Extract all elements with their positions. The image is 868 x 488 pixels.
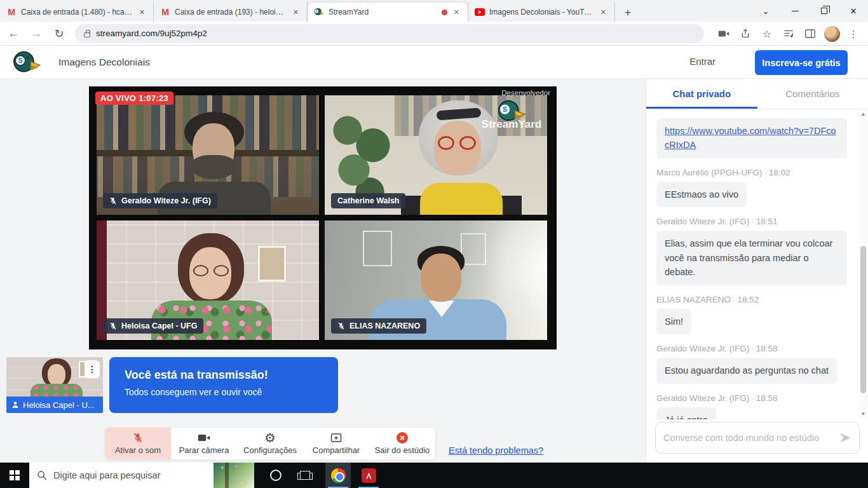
kebab-menu-icon[interactable]: ⋮ bbox=[844, 24, 863, 43]
tab-private-chat[interactable]: Chat privado bbox=[646, 79, 757, 109]
lock-icon bbox=[84, 32, 90, 37]
windows-logo-icon bbox=[10, 470, 20, 480]
banner-subtitle: Todos conseguem ver e ouvir você bbox=[125, 387, 323, 397]
streamyard-header: S Imagens Decoloniais Entrar Inscreva-se… bbox=[0, 46, 868, 79]
self-view-thumbnail[interactable]: ⋮ Heloisa Capel - U... bbox=[6, 357, 103, 413]
broadcast-stage: AO VIVO 1:07:23 Geraldo Witeze Jr. (IFG) bbox=[89, 86, 557, 349]
streamyard-duck-icon: S bbox=[314, 7, 324, 17]
profile-avatar[interactable] bbox=[822, 24, 841, 43]
tab-gmail-1[interactable]: M Caixa de entrada (1.480) - hcapel ✕ bbox=[0, 3, 154, 22]
camera-icon bbox=[198, 432, 210, 444]
bookmark-star-icon[interactable]: ☆ bbox=[757, 24, 776, 43]
restore-button[interactable] bbox=[810, 0, 839, 22]
desktop-screen: M Caixa de entrada (1.480) - hcapel ✕ M … bbox=[0, 0, 868, 488]
mic-muted-red-icon bbox=[133, 432, 143, 444]
tab-gmail-2[interactable]: M Caixa de entrada (193) - heloisac ✕ bbox=[154, 3, 308, 22]
studio-page: AO VIVO 1:07:23 Geraldo Witeze Jr. (IFG) bbox=[0, 79, 646, 463]
scrollbar-thumb[interactable] bbox=[860, 246, 866, 393]
participant-name-tag: Geraldo Witeze Jr. (IFG) bbox=[103, 193, 217, 208]
send-icon[interactable] bbox=[839, 433, 851, 443]
share-screen-button[interactable]: Compartilhar bbox=[303, 428, 369, 459]
having-problems-link[interactable]: Está tendo problemas? bbox=[449, 445, 543, 456]
taskbar-chrome-button[interactable] bbox=[325, 463, 351, 488]
leave-icon: ✕ bbox=[397, 432, 408, 444]
window-controls: ⌄ ✕ bbox=[751, 0, 868, 22]
chat-message: Geraldo Witeze Jr. (IFG)·18:58 Já já ent… bbox=[656, 393, 857, 419]
side-panel-icon[interactable] bbox=[801, 24, 820, 43]
browser-tab-strip: M Caixa de entrada (1.480) - hcapel ✕ M … bbox=[0, 0, 868, 22]
tab-close-icon[interactable]: ✕ bbox=[291, 8, 301, 17]
acrobat-icon bbox=[362, 468, 376, 483]
svg-text:S: S bbox=[503, 105, 507, 113]
chat-panel-tabs: Chat privado Comentários bbox=[646, 79, 868, 109]
mic-muted-icon bbox=[109, 197, 117, 205]
stop-camera-button[interactable]: Parar câmera bbox=[171, 428, 237, 459]
tab-close-icon[interactable]: ✕ bbox=[452, 8, 461, 17]
person-icon bbox=[11, 401, 19, 409]
taskbar-search-input[interactable] bbox=[53, 470, 174, 480]
cortana-icon bbox=[270, 470, 281, 481]
camera-tab-icon[interactable] bbox=[714, 24, 733, 43]
tab-title: StreamYard bbox=[329, 8, 437, 17]
banner-title: Você está na transmissão! bbox=[125, 369, 323, 382]
participant-name-tag: ELIAS NAZARENO bbox=[331, 318, 426, 334]
unmute-button[interactable]: Ativar o som bbox=[105, 428, 171, 459]
youtube-icon bbox=[475, 7, 485, 17]
address-bar[interactable]: streamyard.com/9uj52pm4p2 bbox=[75, 24, 704, 43]
tab-streamyard[interactable]: S StreamYard ✕ bbox=[308, 3, 468, 22]
video-tile-elias: ELIAS NAZARENO bbox=[325, 220, 547, 340]
start-button[interactable] bbox=[0, 463, 29, 488]
chat-input-box[interactable] bbox=[655, 422, 860, 454]
gear-icon: ⚙ bbox=[264, 432, 276, 444]
minimize-button[interactable] bbox=[780, 0, 810, 22]
chat-scrollbar[interactable]: ▲ ▼ bbox=[859, 111, 867, 418]
task-view-button[interactable] bbox=[292, 463, 318, 488]
chat-message: Geraldo Witeze Jr. (IFG)·18:51 Elias, as… bbox=[656, 217, 857, 285]
share-icon[interactable] bbox=[736, 24, 755, 43]
chrome-icon bbox=[331, 468, 346, 483]
new-tab-button[interactable]: + bbox=[619, 4, 637, 22]
participant-name-tag: Heloisa Capel - UFG bbox=[103, 318, 203, 334]
task-view-icon bbox=[300, 471, 310, 480]
mic-muted-icon bbox=[109, 322, 117, 330]
search-icon bbox=[37, 470, 47, 480]
settings-button[interactable]: ⚙ Configurações bbox=[237, 428, 303, 459]
mic-muted-icon bbox=[337, 322, 345, 330]
studio-controls-bar: Ativar o som Parar câmera ⚙ Configuraçõe… bbox=[104, 427, 436, 460]
tab-title: Caixa de entrada (1.480) - hcapel bbox=[21, 8, 133, 17]
tab-title: Imagens Decoloniais - YouTube bbox=[489, 8, 594, 17]
video-tile-geraldo: Geraldo Witeze Jr. (IFG) bbox=[97, 95, 319, 215]
streamyard-logo-icon: S bbox=[13, 50, 41, 78]
cortana-button[interactable] bbox=[263, 463, 288, 488]
taskbar-acrobat-button[interactable] bbox=[356, 463, 381, 488]
scroll-up-icon[interactable]: ▲ bbox=[859, 111, 867, 118]
taskbar-search-box[interactable] bbox=[29, 463, 214, 488]
reading-list-icon[interactable] bbox=[779, 24, 798, 43]
signup-button[interactable]: Inscreva-se grátis bbox=[755, 50, 848, 75]
tab-comments[interactable]: Comentários bbox=[757, 79, 868, 109]
chat-message-list: https://www.youtube.com/watch?v=7DFcocRI… bbox=[646, 109, 859, 419]
tab-close-icon[interactable]: ✕ bbox=[137, 8, 147, 17]
back-icon[interactable]: ← bbox=[4, 24, 23, 43]
scroll-down-icon[interactable]: ▼ bbox=[859, 410, 867, 418]
participant-name-tag: Catherine Walsh bbox=[331, 193, 405, 208]
toolbar-right-icons: ☆ ⋮ bbox=[714, 22, 863, 46]
chat-panel: Chat privado Comentários https://www.you… bbox=[646, 79, 868, 463]
chat-input[interactable] bbox=[663, 433, 834, 443]
reload-icon[interactable]: ↻ bbox=[50, 24, 69, 43]
recording-indicator-icon bbox=[442, 10, 447, 15]
tab-title: Caixa de entrada (193) - heloisac bbox=[175, 8, 287, 17]
share-screen-icon bbox=[330, 432, 342, 444]
login-link[interactable]: Entrar bbox=[689, 56, 715, 67]
close-window-button[interactable]: ✕ bbox=[839, 0, 868, 22]
self-view-menu-button[interactable]: ⋮ bbox=[85, 360, 100, 378]
on-air-banner: Você está na transmissão! Todos consegue… bbox=[109, 357, 338, 413]
leave-studio-button[interactable]: ✕ Sair do estúdio bbox=[369, 428, 435, 459]
tab-youtube[interactable]: Imagens Decoloniais - YouTube ✕ bbox=[468, 3, 615, 22]
tab-close-icon[interactable]: ✕ bbox=[599, 8, 608, 17]
chat-link[interactable]: https://www.youtube.com/watch?v=7DFcocRI… bbox=[656, 118, 847, 158]
search-highlight-image[interactable] bbox=[214, 463, 254, 488]
tab-search-chevron-icon[interactable]: ⌄ bbox=[751, 0, 780, 22]
forward-icon[interactable]: → bbox=[27, 24, 46, 43]
svg-text:S: S bbox=[18, 57, 23, 64]
